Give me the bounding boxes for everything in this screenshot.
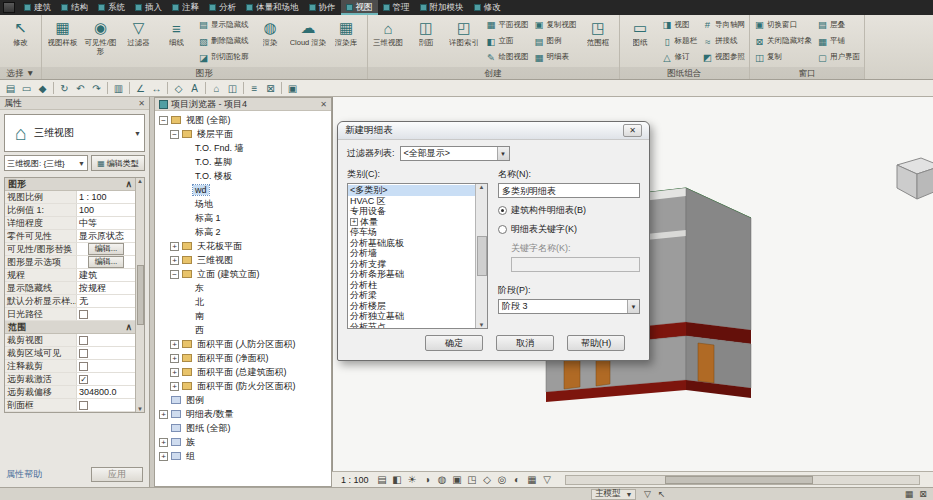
place-view-button[interactable]: ◨视图 (662, 17, 698, 32)
edit-button[interactable]: 编辑... (88, 256, 125, 268)
prop-value[interactable]: ✓ (77, 373, 135, 385)
visual-style-icon[interactable]: ◧ (391, 473, 404, 486)
view-instance-select[interactable]: 三维视图: {三维} ▼ (4, 155, 88, 171)
ok-button[interactable]: 确定 (425, 335, 483, 351)
select-icon[interactable]: ↖ (655, 489, 667, 499)
tag-icon[interactable]: ◇ (171, 81, 186, 95)
close-icon[interactable]: ✕ (320, 100, 327, 109)
checkbox[interactable] (79, 336, 88, 345)
checkbox[interactable]: ✓ (79, 375, 88, 384)
category-item[interactable]: 停车场 (348, 227, 475, 238)
edit-type-button[interactable]: ▦ 编辑类型 (91, 155, 145, 171)
expand-icon[interactable]: + (159, 452, 168, 461)
apply-button[interactable]: 应用 (91, 467, 143, 482)
editable-only-icon[interactable]: ▦ (903, 489, 915, 499)
reveal-hidden-icon[interactable]: ◐ (511, 473, 524, 486)
prop-value[interactable]: 1 : 100 (77, 191, 135, 203)
tree-item[interactable]: +天花板平面 (155, 239, 331, 253)
expand-icon[interactable]: + (170, 242, 179, 251)
scroll-thumb[interactable] (477, 236, 487, 276)
tree-item[interactable]: 南 (155, 309, 331, 323)
tree-item[interactable]: +族 (155, 435, 331, 449)
category-item[interactable]: 分析楼层 (348, 301, 475, 312)
category-item[interactable]: 分析支撑 (348, 259, 475, 270)
help-button[interactable]: 帮助(H) (567, 335, 625, 351)
redo-icon[interactable]: ↷ (89, 81, 104, 95)
tree-item[interactable]: 场地 (155, 197, 331, 211)
ribbon-tab-管理[interactable]: 管理 (378, 0, 415, 15)
radio-building-component-schedule[interactable]: 建筑构件明细表(B) (498, 204, 640, 217)
tile-button[interactable]: ▦平铺 (817, 34, 860, 49)
render-dialog-icon[interactable]: ◍ (436, 473, 449, 486)
expand-icon[interactable]: + (350, 218, 358, 226)
checkbox[interactable] (79, 349, 88, 358)
modify-button[interactable]: ↖修改 (2, 16, 39, 66)
tree-item[interactable]: +明细表/数量 (155, 407, 331, 421)
tree-item[interactable]: +三维视图 (155, 253, 331, 267)
prop-value[interactable]: 编辑... (77, 256, 135, 268)
tree-item[interactable]: +面积平面 (人防分区面积) (155, 337, 331, 351)
tree-item[interactable]: T.O. 基脚 (155, 155, 331, 169)
prop-value[interactable] (77, 360, 135, 372)
section-button[interactable]: ◫剖面 (408, 16, 445, 66)
prop-value[interactable]: 显示原状态 (77, 230, 135, 242)
category-item[interactable]: HVAC 区 (348, 196, 475, 207)
collapse-icon[interactable]: − (170, 130, 179, 139)
ribbon-tab-修改[interactable]: 修改 (469, 0, 506, 15)
app-menu-button[interactable] (3, 2, 15, 13)
switch-windows-icon[interactable]: ▣ (285, 81, 300, 95)
radio-schedule-keys[interactable]: 明细表关键字(K) (498, 223, 640, 236)
default-3d-view-icon[interactable]: ⌂ (209, 81, 224, 95)
view-scale[interactable]: 1 : 100 (337, 474, 373, 486)
name-input[interactable]: 多类别明细表 (498, 183, 640, 198)
cascade-button[interactable]: ▤层叠 (817, 17, 860, 32)
category-item[interactable]: 分析节点 (348, 322, 475, 329)
measure-icon[interactable]: ∠ (133, 81, 148, 95)
tree-item[interactable]: 图纸 (全部) (155, 421, 331, 435)
tree-item[interactable]: 北 (155, 295, 331, 309)
view-cube[interactable] (885, 155, 933, 211)
show-hidden-lines-button[interactable]: ▤显示隐藏线 (198, 17, 249, 32)
remove-hidden-lines-button[interactable]: ▧删除隐藏线 (198, 34, 249, 49)
category-item[interactable]: 分析柱 (348, 280, 475, 291)
scroll-down-icon[interactable]: ▼ (137, 406, 143, 412)
schedule-button[interactable]: ▦明细表 (534, 50, 577, 65)
horizontal-scrollbar[interactable] (565, 475, 920, 485)
close-hidden-icon[interactable]: ⊠ (263, 81, 278, 95)
checkbox[interactable] (79, 362, 88, 371)
callout-button[interactable]: ◰详图索引 (446, 16, 483, 66)
elevation-button[interactable]: ◧立面 (486, 34, 529, 49)
cut-profile-button[interactable]: ◪剖切面轮廓 (198, 50, 249, 65)
temporary-view-properties-icon[interactable]: ▦ (526, 473, 539, 486)
scroll-thumb[interactable] (665, 476, 813, 484)
filter-button[interactable]: ▽过滤器 (120, 16, 157, 66)
tree-item[interactable]: 东 (155, 281, 331, 295)
tree-item[interactable]: +面积平面 (总建筑面积) (155, 365, 331, 379)
render-button[interactable]: ◍渲染 (252, 16, 289, 66)
tree-item[interactable]: 标高 2 (155, 225, 331, 239)
sun-path-icon[interactable]: ☀ (406, 473, 419, 486)
duplicate-view-button[interactable]: ▣复制视图 (534, 17, 577, 32)
show-constraints-icon[interactable]: ▽ (541, 473, 554, 486)
filter-list-select[interactable]: <全部显示> ▼ (400, 146, 510, 161)
prop-value[interactable]: 无 (77, 295, 135, 307)
revisions-button[interactable]: △修订 (662, 50, 698, 65)
close-icon[interactable]: ✕ (623, 124, 642, 137)
scroll-down-icon[interactable]: ▼ (479, 322, 485, 328)
undo-icon[interactable]: ↶ (73, 81, 88, 95)
category-item[interactable]: +体量 (348, 217, 475, 228)
ribbon-tab-分析[interactable]: 分析 (204, 0, 241, 15)
tree-item[interactable]: T.O. Fnd. 墙 (155, 141, 331, 155)
tree-item[interactable]: −立面 (建筑立面) (155, 267, 331, 281)
thin-lines-icon[interactable]: ≡ (247, 81, 262, 95)
properties-help-link[interactable]: 属性帮助 (6, 468, 42, 481)
thin-lines-button[interactable]: ≡细线 (158, 16, 195, 66)
edit-button[interactable]: 编辑... (88, 243, 125, 255)
expand-icon[interactable]: + (159, 410, 168, 419)
ribbon-tab-附加模块[interactable]: 附加模块 (415, 0, 469, 15)
tree-item[interactable]: 标高 1 (155, 211, 331, 225)
scroll-up-icon[interactable]: ▲ (137, 178, 143, 184)
ribbon-tab-系统[interactable]: 系统 (93, 0, 130, 15)
user-interface-button[interactable]: ▢用户界面 (817, 50, 860, 65)
sync-icon[interactable]: ↻ (57, 81, 72, 95)
